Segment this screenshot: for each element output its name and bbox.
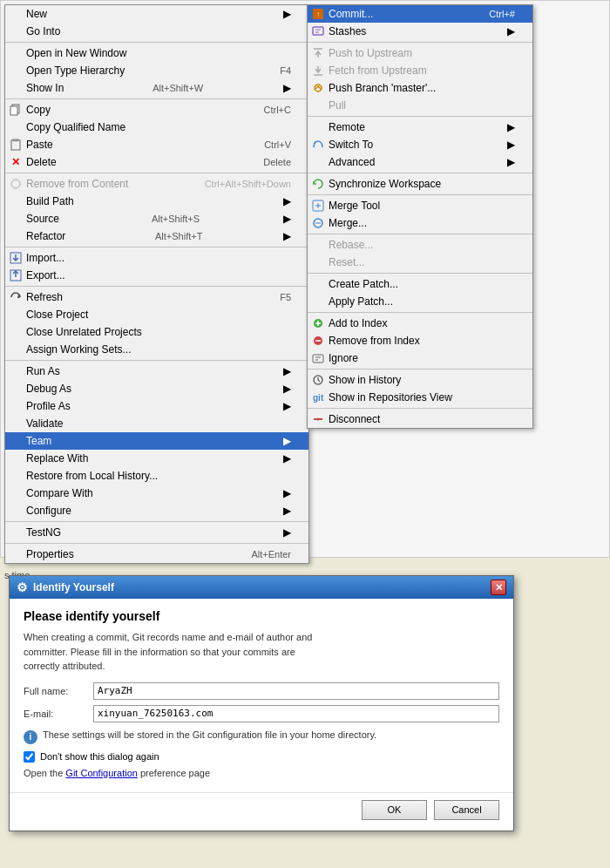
menu-item-source[interactable]: Source Alt+Shift+S ▶	[5, 210, 308, 227]
push-branch-icon	[311, 81, 325, 95]
push-upstream-label: Push to Upstream	[329, 47, 412, 59]
menu-item-team[interactable]: Team ▶	[5, 432, 308, 450]
submenu-item-merge[interactable]: Merge...	[308, 214, 532, 232]
ok-button[interactable]: OK	[362, 800, 427, 820]
submenu-item-remove-index[interactable]: Remove from Index	[308, 332, 532, 349]
menu-item-refresh[interactable]: Refresh F5	[5, 288, 308, 306]
svg-text:↑: ↑	[316, 10, 320, 18]
add-index-label: Add to Index	[329, 317, 387, 329]
submenu-item-advanced[interactable]: Advanced ▶	[308, 153, 532, 171]
menu-item-testng[interactable]: TestNG ▶	[5, 524, 308, 541]
submenu-item-push-upstream: Push to Upstream	[308, 44, 532, 62]
profile-as-arrow: ▶	[274, 400, 291, 412]
show-history-label: Show in History	[329, 374, 401, 386]
submenu-item-create-patch[interactable]: Create Patch...	[308, 275, 532, 293]
menu-item-run-as[interactable]: Run As ▶	[5, 363, 308, 380]
disconnect-icon	[311, 412, 325, 426]
rebase-label: Rebase...	[329, 239, 373, 251]
submenu-item-show-repos[interactable]: git Show in Repositories View	[308, 389, 532, 406]
menu-item-configure[interactable]: Configure ▶	[5, 502, 308, 519]
menu-item-open-new-window[interactable]: Open in New Window	[5, 44, 308, 62]
submenu-item-commit[interactable]: ↑ Commit... Ctrl+#	[308, 5, 532, 23]
submenu-item-apply-patch[interactable]: Apply Patch...	[308, 293, 532, 310]
submenu-item-remote[interactable]: Remote ▶	[308, 119, 532, 136]
dialog-content: Please identify yourself When creating a…	[10, 599, 513, 792]
full-name-input[interactable]	[93, 682, 499, 700]
dont-show-checkbox[interactable]	[24, 751, 35, 763]
dialog-titlebar-left: ⚙ Identify Yourself	[17, 580, 114, 594]
submenu-item-fetch-upstream: Fetch from Upstream	[308, 62, 532, 79]
git-config-link[interactable]: Git Configuration	[65, 768, 138, 778]
menu-item-delete[interactable]: ✕ Delete Delete	[5, 153, 308, 171]
import-icon	[9, 251, 23, 265]
refactor-shortcut: Alt+Shift+T	[138, 231, 202, 241]
dialog-title-icon: ⚙	[17, 580, 28, 594]
merge-tool-label: Merge Tool	[329, 200, 380, 212]
menu-item-remove-from-content: Remove from Content Ctrl+Alt+Shift+Down	[5, 175, 308, 193]
properties-shortcut: Alt+Enter	[234, 549, 291, 559]
menu-item-validate[interactable]: Validate	[5, 415, 308, 432]
compare-with-arrow: ▶	[274, 487, 291, 499]
submenu-item-ignore[interactable]: Ignore	[308, 349, 532, 367]
menu-item-restore-local[interactable]: Restore from Local History...	[5, 467, 308, 485]
submenu-item-push-branch[interactable]: Push Branch 'master'...	[308, 79, 532, 97]
identify-yourself-dialog: ⚙ Identify Yourself ✕ Please identify yo…	[9, 575, 514, 831]
menu-item-close-unrelated[interactable]: Close Unrelated Projects	[5, 323, 308, 341]
menu-item-refactor[interactable]: Refactor Alt+Shift+T ▶	[5, 227, 308, 245]
sub-sep-6	[308, 273, 532, 274]
dialog-titlebar: ⚙ Identify Yourself ✕	[10, 576, 513, 599]
dialog-close-button[interactable]: ✕	[491, 580, 506, 595]
submenu-item-add-index[interactable]: Add to Index	[308, 315, 532, 332]
menu-item-replace-with[interactable]: Replace With ▶	[5, 450, 308, 467]
menu-item-show-in[interactable]: Show In Alt+Shift+W ▶	[5, 79, 308, 97]
close-project-label: Close Project	[26, 309, 88, 321]
menu-item-new[interactable]: New ▶	[5, 5, 308, 23]
submenu-item-stashes[interactable]: Stashes ▶	[308, 23, 532, 40]
menu-item-copy[interactable]: Copy Ctrl+C	[5, 101, 308, 119]
submenu-item-sync-workspace[interactable]: Synchronize Workspace	[308, 175, 532, 193]
menu-item-build-path[interactable]: Build Path ▶	[5, 193, 308, 210]
that-word: that	[203, 647, 219, 657]
create-patch-label: Create Patch...	[329, 278, 398, 290]
menu-item-properties[interactable]: Properties Alt+Enter	[5, 546, 308, 563]
submenu-item-disconnect[interactable]: Disconnect	[308, 410, 532, 428]
full-name-field: Full name:	[24, 682, 499, 700]
refactor-label: Refactor	[26, 230, 65, 242]
menu-item-assign-working-sets[interactable]: Assign Working Sets...	[5, 341, 308, 358]
team-label: Team	[26, 435, 51, 447]
profile-as-label: Profile As	[26, 400, 71, 412]
pull-label: Pull	[329, 99, 346, 112]
menu-item-compare-with[interactable]: Compare With ▶	[5, 485, 308, 502]
separator-6	[5, 360, 308, 361]
submenu-item-show-history[interactable]: Show in History	[308, 371, 532, 389]
menu-item-paste[interactable]: Paste Ctrl+V	[5, 136, 308, 153]
copy-label: Copy	[26, 104, 51, 116]
svg-rect-3	[11, 140, 20, 150]
remove-index-icon	[311, 334, 325, 348]
submenu-item-switch-to[interactable]: Switch To ▶	[308, 136, 532, 153]
menu-item-close-project[interactable]: Close Project	[5, 306, 308, 323]
menu-item-debug-as[interactable]: Debug As ▶	[5, 380, 308, 397]
email-label: E-mail:	[24, 709, 93, 719]
refresh-shortcut: F5	[262, 292, 291, 302]
separator-5	[5, 286, 308, 287]
menu-item-open-type-hierarchy[interactable]: Open Type Hierarchy F4	[5, 62, 308, 79]
configure-arrow: ▶	[274, 505, 291, 517]
menu-item-copy-qualified[interactable]: Copy Qualified Name	[5, 119, 308, 136]
dont-show-checkbox-row: Don't show this dialog again	[24, 751, 499, 763]
cancel-button[interactable]: Cancel	[434, 800, 499, 820]
submenu-item-merge-tool[interactable]: Merge Tool	[308, 197, 532, 214]
team-arrow: ▶	[274, 435, 291, 447]
team-submenu: ↑ Commit... Ctrl+# Stashes ▶ Push to Ups…	[307, 4, 533, 429]
menu-item-go-into[interactable]: Go Into	[5, 23, 308, 40]
delete-shortcut: Delete	[246, 157, 291, 167]
menu-item-profile-as[interactable]: Profile As ▶	[5, 397, 308, 415]
commit-icon: ↑	[311, 7, 325, 21]
source-shortcut: Alt+Shift+S	[134, 214, 200, 224]
email-input[interactable]	[93, 705, 499, 722]
menu-item-import[interactable]: Import...	[5, 249, 308, 267]
import-label: Import...	[26, 252, 64, 264]
menu-item-export[interactable]: Export...	[5, 267, 308, 284]
delete-label: Delete	[26, 156, 57, 168]
remote-label: Remote	[329, 121, 365, 133]
